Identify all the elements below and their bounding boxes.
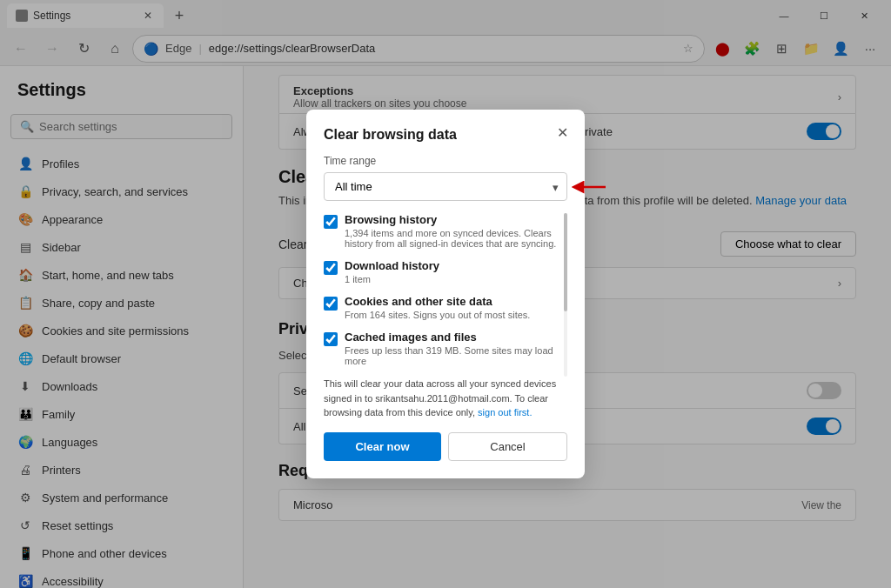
time-range-label: Time range (324, 155, 567, 167)
download-history-label: Download history (345, 259, 439, 272)
cached-checkbox[interactable] (324, 332, 338, 346)
browsing-history-checkbox[interactable] (324, 215, 338, 229)
cached-label: Cached images and files (345, 331, 567, 344)
checkbox-download-history: Download history 1 item (324, 259, 567, 284)
checkbox-cookies: Cookies and other site data From 164 sit… (324, 295, 567, 320)
browsing-history-label: Browsing history (345, 213, 567, 226)
browsing-history-desc: 1,394 items and more on synced devices. … (345, 228, 567, 249)
cookies-label: Cookies and other site data (345, 295, 530, 308)
modal-overlay[interactable]: Clear browsing data ✕ Time range All tim… (0, 0, 891, 588)
clear-now-button[interactable]: Clear now (324, 432, 441, 461)
dialog-title: Clear browsing data (324, 127, 567, 143)
checkbox-cached: Cached images and files Frees up less th… (324, 331, 567, 366)
cookies-checkbox[interactable] (324, 297, 338, 311)
dialog-footer-text: This will clear your data across all you… (324, 377, 567, 420)
download-history-desc: 1 item (345, 274, 439, 284)
cancel-button[interactable]: Cancel (448, 432, 567, 461)
dialog-close-button[interactable]: ✕ (552, 122, 573, 143)
scroll-thumb[interactable] (564, 213, 567, 311)
scroll-track (564, 213, 567, 377)
download-history-checkbox[interactable] (324, 261, 338, 275)
sign-out-link[interactable]: sign out first. (478, 407, 532, 418)
time-range-select-wrapper: All time Last hour Last 24 hours Last 7 … (324, 172, 567, 201)
dialog-buttons: Clear now Cancel (324, 432, 567, 461)
time-range-select[interactable]: All time Last hour Last 24 hours Last 7 … (324, 172, 567, 201)
checkbox-browsing-history: Browsing history 1,394 items and more on… (324, 213, 567, 249)
cookies-desc: From 164 sites. Signs you out of most si… (345, 310, 530, 320)
clear-browsing-dialog: Clear browsing data ✕ Time range All tim… (306, 110, 585, 478)
red-arrow-indicator (571, 175, 609, 199)
checkboxes-container: Browsing history 1,394 items and more on… (324, 213, 567, 377)
cached-desc: Frees up less than 319 MB. Some sites ma… (345, 345, 567, 366)
